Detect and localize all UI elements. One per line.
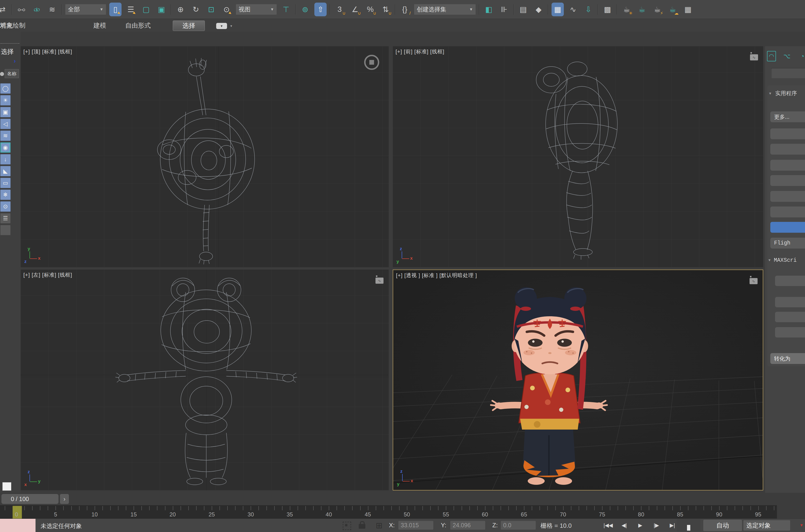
curve-editor-icon[interactable]: ∿ <box>567 3 579 16</box>
ribbon-tab-自由形式[interactable]: 自由形式 <box>114 21 162 31</box>
utility-button[interactable] <box>770 144 805 155</box>
utility-button[interactable]: 打 <box>775 276 805 286</box>
select-and-place-icon[interactable]: ⊙▲ <box>221 3 233 16</box>
rollout-header[interactable]: ▼实用程序 <box>768 90 797 97</box>
list-view-icon[interactable]: ☰ <box>0 213 11 224</box>
use-pivot-point-center-icon[interactable]: ⊤ <box>280 3 292 16</box>
rendered-frame-window-icon[interactable]: ☕ <box>636 3 648 16</box>
utility-button[interactable]: 运 <box>775 327 805 338</box>
mirror-icon[interactable]: ◧ <box>483 3 495 16</box>
freeze-selection-icon[interactable]: ❄ <box>0 190 11 200</box>
viewport-display-icon[interactable]: ∿ <box>750 278 758 284</box>
motion-tab-icon[interactable]: ◔ <box>798 51 805 61</box>
viewport-display-icon[interactable]: ∿ <box>750 54 758 60</box>
toggle-scene-explorer-icon[interactable]: ▤ <box>517 3 529 16</box>
auto-key-button[interactable]: 自动 <box>703 520 742 531</box>
select-frozen-filter-icon[interactable]: ▭ <box>0 178 11 188</box>
select-and-move-icon[interactable]: ⊕ <box>174 3 187 16</box>
utility-button[interactable]: 转化为 <box>770 353 805 364</box>
selection-filter-dropdown[interactable]: 全部▼ <box>65 4 106 15</box>
rectangular-selection-region-icon[interactable]: ▢ <box>140 3 152 16</box>
next-frame-arrow-button[interactable]: › <box>60 494 69 504</box>
keyboard-shortcut-override-icon[interactable]: ⇧ <box>314 3 327 16</box>
name-radio-icon[interactable] <box>0 72 4 76</box>
paint-swatch[interactable] <box>2 482 11 491</box>
play-button[interactable]: ▶ <box>633 520 648 531</box>
x-coordinate-field[interactable]: 33.015 <box>398 521 433 530</box>
select-geometry-filter-icon[interactable]: ◯ <box>0 83 11 94</box>
select-by-name-button[interactable]: 名称 <box>5 69 19 78</box>
go-to-start-button[interactable]: |◀◀ <box>601 520 615 531</box>
minimize-ribbon-button[interactable]: ▼ <box>216 23 227 29</box>
viewport-label-perspective[interactable]: [+] [透视 ] [标准 ] [默认明暗处理 ] <box>396 272 477 279</box>
select-and-scale-icon[interactable]: ⊡ <box>205 3 217 16</box>
utility-button[interactable] <box>770 191 805 202</box>
viewport-front[interactable]: [+] [前] [标准] [线框] ∿ zxy <box>393 46 763 267</box>
absolute-offset-toggle-icon[interactable]: ⊞ <box>376 521 383 530</box>
utility-button[interactable] <box>770 175 805 186</box>
selection-lock-icon[interactable] <box>359 524 365 529</box>
select-bones-filter-icon[interactable]: ◉ <box>0 142 11 153</box>
ribbon-tab-填充[interactable]: 填充 <box>0 21 13 31</box>
toggle-layer-explorer-icon[interactable]: ◆ <box>532 3 545 16</box>
frame-counter[interactable]: 0 / 100 <box>1 494 59 504</box>
select-and-rotate-icon[interactable]: ↻ <box>190 3 202 16</box>
ribbon-options-caret-icon[interactable]: ▾ <box>230 24 232 28</box>
bind-to-space-warp-icon[interactable]: ≋ <box>46 3 58 16</box>
viewport-perspective[interactable]: [+] [透视 ] [标准 ] [默认明暗处理 ] ∿ <box>393 269 763 491</box>
select-helpers-filter-icon[interactable]: ◁ <box>0 119 11 129</box>
named-selection-sets-dropdown[interactable]: 创建选择集▼ <box>414 4 476 15</box>
viewport-label-front[interactable]: [+] [前] [标准] [线框] <box>396 48 444 55</box>
select-shapes-filter-icon[interactable]: ◣ <box>0 166 11 176</box>
key-filters-selected-button[interactable]: 选定对象 <box>743 520 790 531</box>
y-coordinate-field[interactable]: 24.096 <box>450 521 485 530</box>
select-and-manipulate-icon[interactable]: ⊚ <box>299 3 311 16</box>
navigation-ring-icon[interactable] <box>364 55 379 70</box>
utility-button[interactable]: 新 <box>775 297 805 307</box>
edit-named-selection-sets-icon[interactable]: {}/ <box>399 3 411 16</box>
align-icon[interactable]: ⊪ <box>498 3 510 16</box>
material-editor-icon[interactable]: ▩ <box>601 3 614 16</box>
select-and-link-icon[interactable]: ⧟ <box>15 3 27 16</box>
set-key-button[interactable] <box>677 519 701 532</box>
selected-dropdown-caret-icon[interactable]: ▼ <box>800 523 804 528</box>
ribbon-toggle-icon[interactable]: ▦ <box>552 3 564 16</box>
viewport-top[interactable]: [+] [顶] [标准] [线框] yxz <box>21 46 389 267</box>
ribbon-tab-建模[interactable]: 建模 <box>71 21 106 31</box>
next-frame-button[interactable]: |▶ <box>649 520 664 531</box>
expand-panel-arrow-icon[interactable]: › <box>14 57 16 65</box>
snap-toggle-3d-icon[interactable]: 3∪ <box>333 3 346 16</box>
utilities-tab-icon[interactable]: ◠ <box>767 51 776 61</box>
utility-button[interactable]: M <box>770 222 805 233</box>
ribbon-tab-选择[interactable]: 选择 <box>173 21 205 31</box>
z-coordinate-field[interactable]: 0.0 <box>501 521 536 530</box>
utility-button[interactable] <box>770 128 805 139</box>
render-setup-icon[interactable]: ☕✳ <box>620 3 633 16</box>
blank-tile-icon[interactable] <box>0 225 11 235</box>
hierarchy-tab-icon[interactable]: ⌥ <box>783 51 791 61</box>
utility-button[interactable]: 更多... <box>770 111 805 122</box>
render-in-cloud-icon[interactable]: ☕☁ <box>667 3 679 16</box>
select-object-icon[interactable]: ▯▲ <box>109 3 121 16</box>
maxscript-mini-listener[interactable] <box>0 519 36 532</box>
select-lights-filter-icon[interactable]: ☀ <box>0 95 11 106</box>
select-space-warps-filter-icon[interactable]: ≋ <box>0 131 11 141</box>
undo-redo-icons[interactable]: ⇄ <box>0 3 8 16</box>
hide-selection-icon[interactable]: ⊙ <box>0 201 11 212</box>
utility-button[interactable]: 打 <box>775 312 805 322</box>
utility-search-field[interactable] <box>771 68 805 78</box>
select-cameras-filter-icon[interactable]: ▣ <box>0 107 11 117</box>
unlink-selection-icon[interactable]: ⧞ <box>31 3 43 16</box>
select-by-name-icon[interactable]: ☰▲ <box>124 3 137 16</box>
viewport-label-top[interactable]: [+] [顶] [标准] [线框] <box>23 48 72 55</box>
previous-frame-button[interactable]: ◀| <box>617 520 632 531</box>
angle-snap-toggle-icon[interactable]: ∠∪ <box>349 3 361 16</box>
viewport-display-icon[interactable]: ∿ <box>376 278 383 284</box>
viewport-label-left[interactable]: [+] [左] [标准] [线框] <box>23 271 72 279</box>
percent-snap-toggle-icon[interactable]: %∪ <box>364 3 377 16</box>
utility-button[interactable]: Fligh <box>770 238 805 249</box>
isolate-selection-icon[interactable] <box>343 521 351 530</box>
selection-paint-icon[interactable]: ↓ <box>0 154 11 165</box>
utility-button[interactable] <box>770 207 805 217</box>
viewport-left[interactable]: [+] [左] [标准] [线框] ∿ zyx <box>21 269 389 491</box>
